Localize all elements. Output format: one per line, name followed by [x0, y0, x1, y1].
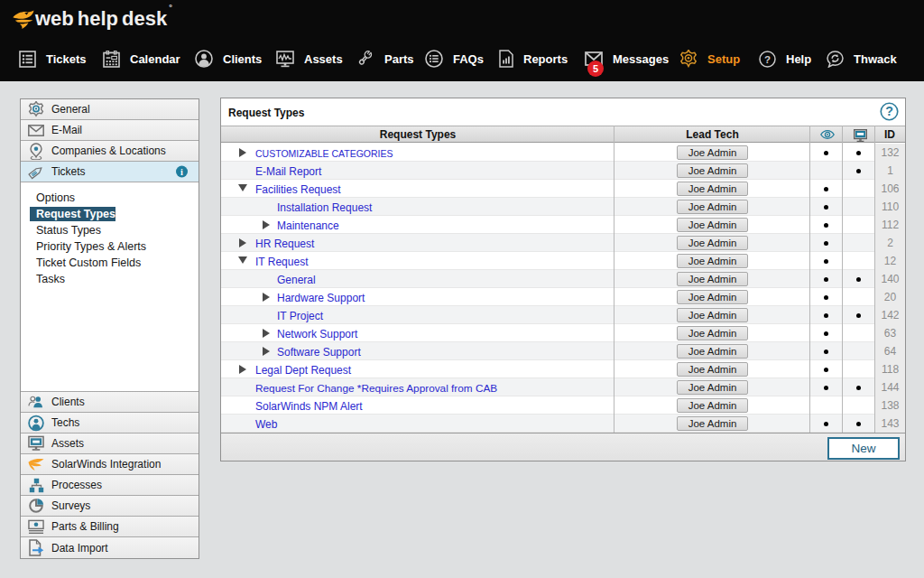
svg-text:?: ? — [764, 53, 771, 64]
svg-text:?: ? — [885, 104, 893, 118]
